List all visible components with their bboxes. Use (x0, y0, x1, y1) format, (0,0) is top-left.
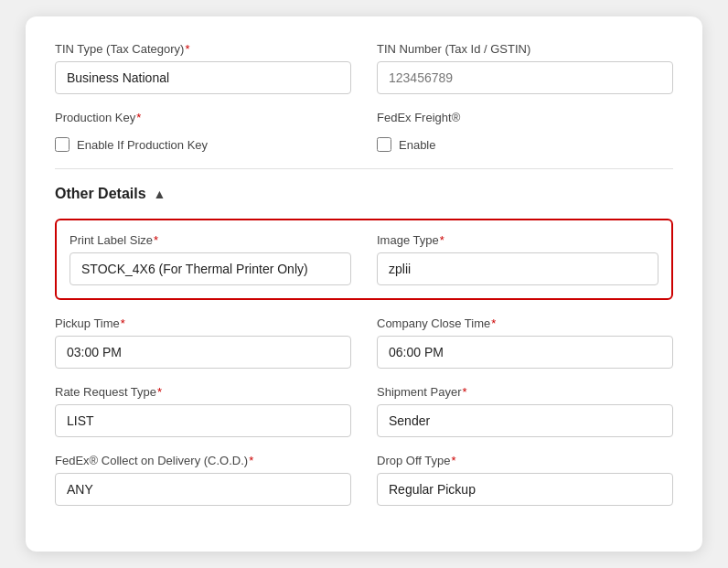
cod-input[interactable] (55, 473, 351, 506)
tin-number-label: TIN Number (Tax Id / GSTIN) (377, 42, 673, 56)
tin-type-label: TIN Type (Tax Category)* (55, 42, 351, 56)
company-close-time-group: Company Close Time* (377, 316, 673, 369)
shipment-payer-input[interactable] (377, 404, 673, 437)
rate-request-type-group: Rate Request Type* (55, 385, 351, 437)
image-type-group: Image Type* (377, 233, 658, 285)
print-label-size-label: Print Label Size* (70, 233, 351, 247)
section-divider (55, 168, 673, 169)
tin-number-group: TIN Number (Tax Id / GSTIN) (377, 42, 673, 94)
production-key-checkbox-row: Enable If Production Key (55, 137, 351, 152)
tin-type-input[interactable] (55, 61, 351, 94)
fedex-freight-group: FedEx Freight® Enable (377, 111, 673, 152)
production-key-label: Production Key* (55, 111, 351, 124)
tin-type-group: TIN Type (Tax Category)* (55, 42, 351, 94)
rate-request-type-input[interactable] (55, 404, 351, 437)
fedex-freight-label: FedEx Freight® (377, 111, 673, 124)
tin-number-input[interactable] (377, 61, 673, 94)
drop-off-type-label: Drop Off Type* (377, 454, 673, 467)
pickup-time-group: Pickup Time* (55, 316, 351, 369)
production-key-checkbox-label: Enable If Production Key (77, 138, 208, 152)
fedex-freight-checkbox[interactable] (377, 137, 391, 152)
tin-row: TIN Type (Tax Category)* TIN Number (Tax… (55, 42, 673, 94)
company-close-time-label: Company Close Time* (377, 316, 673, 330)
pickup-time-input[interactable] (55, 336, 351, 369)
cod-label: FedEx® Collect on Delivery (C.O.D.)* (55, 454, 351, 467)
pickup-time-label: Pickup Time* (55, 316, 351, 330)
drop-off-type-group: Drop Off Type* (377, 454, 673, 506)
print-image-row: Print Label Size* Image Type* (70, 233, 658, 285)
company-close-time-input[interactable] (377, 336, 673, 369)
other-details-section: Other Details ▲ Print Label Size* Image … (55, 186, 673, 506)
production-fedex-row: Production Key* Enable If Production Key… (55, 111, 673, 152)
highlighted-fields-box: Print Label Size* Image Type* (55, 219, 673, 300)
chevron-up-icon[interactable]: ▲ (154, 187, 166, 201)
production-key-checkbox[interactable] (55, 137, 70, 152)
image-type-input[interactable] (377, 252, 658, 285)
drop-off-type-input[interactable] (377, 473, 673, 506)
rate-shipment-row: Rate Request Type* Shipment Payer* (55, 385, 673, 437)
top-section: TIN Type (Tax Category)* TIN Number (Tax… (55, 42, 673, 152)
main-card: TIN Type (Tax Category)* TIN Number (Tax… (26, 16, 702, 552)
fedex-freight-checkbox-row: Enable (377, 137, 673, 152)
image-type-label: Image Type* (377, 233, 658, 247)
print-label-size-group: Print Label Size* (70, 233, 351, 285)
shipment-payer-label: Shipment Payer* (377, 385, 673, 399)
print-label-size-input[interactable] (70, 252, 351, 285)
cod-group: FedEx® Collect on Delivery (C.O.D.)* (55, 454, 351, 506)
shipment-payer-group: Shipment Payer* (377, 385, 673, 437)
rate-request-type-label: Rate Request Type* (55, 385, 351, 399)
pickup-close-row: Pickup Time* Company Close Time* (55, 316, 673, 369)
production-key-group: Production Key* Enable If Production Key (55, 111, 351, 152)
fedex-freight-checkbox-label: Enable (399, 138, 435, 152)
other-details-header: Other Details ▲ (55, 186, 673, 202)
cod-dropoff-row: FedEx® Collect on Delivery (C.O.D.)* Dro… (55, 454, 673, 506)
